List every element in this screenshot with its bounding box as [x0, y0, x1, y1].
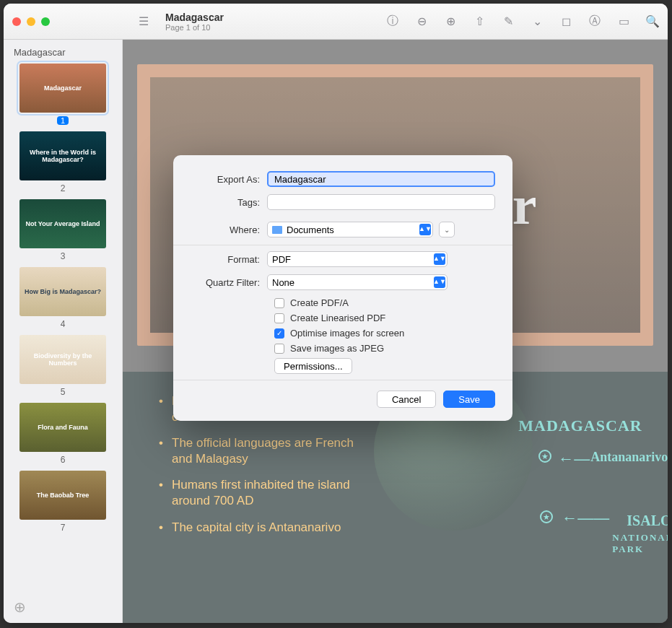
folder-icon [272, 226, 282, 234]
add-page-button[interactable]: ⊕ [14, 598, 26, 616]
arrow-icon: ←—— [562, 509, 609, 528]
save-button[interactable]: Save [443, 391, 495, 408]
star-icon: ★ [538, 450, 551, 463]
page-thumbnail-4[interactable]: How Big is Madagascar? 4 [14, 267, 112, 329]
search-icon[interactable]: 🔍 [646, 15, 659, 28]
export-as-field[interactable] [267, 171, 495, 187]
chevron-down-icon[interactable]: ⌄ [531, 15, 544, 28]
document-title-group: Madagascar Page 1 of 10 [165, 12, 224, 32]
page-thumbnail-7[interactable]: The Baobab Tree 7 [14, 471, 112, 533]
thumbnail-image: Flora and Fauna [19, 403, 106, 452]
page-thumbnail-5[interactable]: Biodiversity by the Numbers 5 [14, 335, 112, 397]
sidebar-title: Madagascar [14, 47, 112, 58]
fact-item: Humans first inhabited the island around… [159, 477, 361, 509]
thumbnail-image: Not Your Average Island [19, 199, 106, 248]
fact-list: Madagascar is 250 miles from the coast o… [159, 393, 410, 609]
thumbnail-image: Where in the World is Madagascar? [19, 131, 106, 180]
dialog-footer: Cancel Save [191, 391, 495, 408]
star-icon: ★ [540, 510, 553, 523]
zoom-out-icon[interactable]: ⊖ [415, 15, 428, 28]
app-window: Madagascar Page 1 of 10 ☰ ⓘ ⊖ ⊕ ⇧ ✎ ⌄ ◻ … [4, 4, 668, 623]
thumbnails-sidebar[interactable]: Madagascar Madagascar 1 Where in the Wor… [4, 40, 123, 623]
tags-field[interactable] [267, 194, 495, 210]
fact-item: The capital city is Antananarivo [159, 520, 361, 536]
map-illustration: MADAGASCAR ★ ←— Antananarivo ★ ←—— ISALO… [410, 393, 639, 609]
map-park-sublabel: NATIONAL PARK [612, 532, 668, 555]
thumbnail-image: Madagascar [19, 64, 106, 113]
where-label: Where: [191, 224, 267, 235]
close-window-button[interactable] [12, 17, 21, 26]
thumbnail-page-number: 4 [14, 319, 112, 329]
where-value: Documents [287, 224, 334, 235]
thumbnail-image: Biodiversity by the Numbers [19, 335, 106, 384]
traffic-lights [12, 17, 50, 26]
highlight-icon[interactable]: ✎ [502, 15, 515, 28]
share-icon[interactable]: ⇧ [473, 15, 486, 28]
export-dialog: Export As: Tags: Where: Documents ▲▼ ⌄ F… [173, 155, 512, 421]
page-thumbnail-6[interactable]: Flora and Fauna 6 [14, 403, 112, 465]
divider [173, 245, 512, 245]
page-indicator: Page 1 of 10 [165, 23, 224, 32]
markup-icon[interactable]: Ⓐ [588, 15, 601, 28]
create-pdfa-label: Create PDF/A [290, 297, 349, 308]
fact-item: The official languages are French and Ma… [159, 435, 361, 467]
thumbnail-page-number: 1 [14, 115, 112, 126]
map-country-label: MADAGASCAR [518, 417, 642, 435]
save-jpeg-label: Save images as JPEG [290, 343, 384, 354]
create-linearised-checkbox[interactable] [274, 313, 284, 323]
zoom-window-button[interactable] [41, 17, 50, 26]
tags-label: Tags: [191, 197, 267, 208]
quartz-filter-select[interactable]: None ▲▼ [267, 274, 448, 290]
format-label: Format: [191, 254, 267, 265]
titlebar: Madagascar Page 1 of 10 ☰ ⓘ ⊖ ⊕ ⇧ ✎ ⌄ ◻ … [4, 4, 668, 40]
page-thumbnail-3[interactable]: Not Your Average Island 3 [14, 199, 112, 261]
thumbnail-image: The Baobab Tree [19, 471, 106, 520]
page-thumbnail-1[interactable]: Madagascar 1 [14, 64, 112, 126]
quartz-filter-label: Quartz Filter: [191, 277, 267, 288]
save-jpeg-checkbox[interactable] [274, 344, 284, 354]
quartz-filter-value: None [272, 277, 294, 288]
minimize-window-button[interactable] [27, 17, 35, 26]
thumbnail-page-number: 7 [14, 523, 112, 533]
expand-button[interactable]: ⌄ [439, 222, 455, 237]
create-pdfa-checkbox[interactable] [274, 298, 284, 308]
sidebar-toggle-icon[interactable]: ☰ [137, 15, 150, 28]
thumbnail-page-number: 2 [14, 183, 112, 193]
info-icon[interactable]: ⓘ [386, 15, 399, 28]
where-select[interactable]: Documents ▲▼ [267, 222, 433, 237]
thumbnail-image: How Big is Madagascar? [19, 267, 106, 316]
thumbnail-page-number: 3 [14, 251, 112, 261]
updown-caret-icon: ▲▼ [434, 276, 445, 288]
toolbar-icons: ☰ ⓘ ⊖ ⊕ ⇧ ✎ ⌄ ◻ Ⓐ ▭ 🔍 [386, 15, 659, 28]
rotate-icon[interactable]: ◻ [559, 15, 572, 28]
format-value: PDF [272, 254, 291, 265]
form-icon[interactable]: ▭ [617, 15, 630, 28]
map-park-label: ISALO [627, 513, 668, 529]
divider [173, 380, 512, 380]
optimise-images-checkbox[interactable]: ✓ [274, 328, 284, 339]
zoom-in-icon[interactable]: ⊕ [444, 15, 457, 28]
arrow-icon: ←— [558, 450, 590, 468]
create-linearised-label: Create Linearised PDF [290, 313, 385, 323]
optimise-images-label: Optimise images for screen [290, 328, 404, 339]
map-capital-label: Antananarivo [590, 450, 668, 465]
permissions-button[interactable]: Permissions... [274, 358, 352, 374]
thumbnail-page-number: 5 [14, 387, 112, 397]
cancel-button[interactable]: Cancel [377, 391, 436, 408]
format-select[interactable]: PDF ▲▼ [267, 251, 448, 267]
page-thumbnail-2[interactable]: Where in the World is Madagascar? 2 [14, 131, 112, 193]
updown-caret-icon: ▲▼ [419, 224, 431, 235]
thumbnail-page-number: 6 [14, 455, 112, 465]
document-title: Madagascar [165, 12, 224, 23]
updown-caret-icon: ▲▼ [434, 253, 445, 265]
export-as-label: Export As: [191, 174, 267, 185]
